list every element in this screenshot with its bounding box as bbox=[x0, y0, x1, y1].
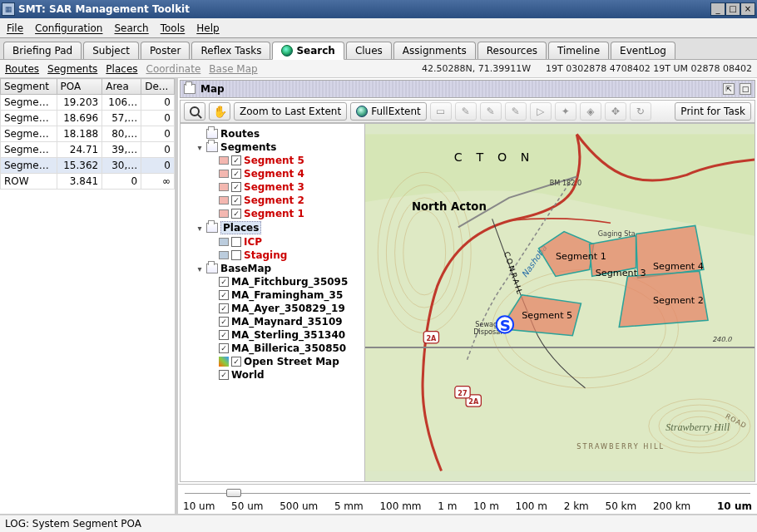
layer-seg1[interactable]: Segment 1 bbox=[244, 208, 304, 219]
layer-checkbox[interactable]: ✓ bbox=[231, 195, 241, 205]
full-extent-button[interactable]: FullExtent bbox=[350, 102, 427, 121]
layer-ma3[interactable]: MA_Ayer_350829_19 bbox=[231, 303, 345, 314]
layer-ma2[interactable]: MA_Framingham_35 bbox=[231, 289, 343, 301]
layer-ma6[interactable]: MA_Billerica_350850 bbox=[231, 342, 346, 354]
tab-briefing-pad[interactable]: Briefing Pad bbox=[3, 42, 82, 59]
layer-group-routes[interactable]: Routes bbox=[220, 128, 260, 140]
subnav-segments[interactable]: Segments bbox=[47, 63, 97, 75]
minimize-button[interactable]: _ bbox=[710, 2, 725, 16]
close-button[interactable]: × bbox=[740, 2, 755, 16]
tab-timeline[interactable]: Timeline bbox=[548, 42, 609, 59]
layer-staging[interactable]: Staging bbox=[244, 249, 287, 261]
tool-disabled-4: ✎ bbox=[505, 102, 527, 121]
expander-icon[interactable]: ▾ bbox=[195, 224, 204, 233]
svg-text:Segment 2: Segment 2 bbox=[653, 295, 704, 306]
layer-checkbox[interactable]: ✓ bbox=[231, 357, 241, 367]
app-icon: ▦ bbox=[2, 2, 15, 16]
table-row[interactable]: Segme…24.7139,…0 bbox=[1, 142, 175, 158]
layer-checkbox[interactable]: ✓ bbox=[219, 317, 229, 327]
layer-group-segments[interactable]: Segments bbox=[220, 141, 276, 153]
layer-seg5[interactable]: Segment 5 bbox=[244, 155, 304, 166]
menu-search[interactable]: Search bbox=[114, 22, 148, 34]
layer-checkbox[interactable] bbox=[231, 237, 241, 247]
segments-table[interactable]: Segment POA Area De... Segme…19.203106…0… bbox=[0, 78, 175, 190]
col-de[interactable]: De... bbox=[141, 79, 175, 95]
tab-poster[interactable]: Poster bbox=[141, 42, 190, 59]
zoom-tool-button[interactable] bbox=[184, 102, 205, 121]
osm-icon bbox=[219, 357, 229, 367]
layer-checkbox[interactable] bbox=[231, 250, 241, 260]
layer-checkbox[interactable]: ✓ bbox=[231, 155, 241, 165]
zoom-last-extent-button[interactable]: Zoom to Last Extent bbox=[234, 102, 347, 121]
menu-help[interactable]: Help bbox=[196, 22, 219, 34]
zoom-slider-thumb[interactable] bbox=[226, 489, 241, 497]
tab-eventlog[interactable]: EventLog bbox=[611, 42, 675, 59]
tab-reflex-tasks[interactable]: Reflex Tasks bbox=[191, 42, 270, 59]
subnav-basemap[interactable]: Base Map bbox=[209, 63, 257, 75]
layer-checkbox[interactable]: ✓ bbox=[231, 209, 241, 219]
col-segment[interactable]: Segment bbox=[1, 79, 57, 95]
dock-close-button[interactable]: □ bbox=[740, 83, 751, 95]
map-toolbar: ✋ Zoom to Last Extent FullExtent ▭ ✎ ✎ ✎… bbox=[180, 100, 755, 123]
layer-checkbox[interactable]: ✓ bbox=[231, 182, 241, 192]
scale-labels: 10 um 50 um 500 um 5 mm 100 mm 1 m 10 m … bbox=[181, 499, 754, 514]
layer-group-places[interactable]: Places bbox=[220, 221, 261, 234]
layer-tree[interactable]: Routes ▾Segments ✓Segment 5 ✓Segment 4 ✓… bbox=[181, 124, 365, 481]
hand-icon: ✋ bbox=[213, 105, 227, 118]
subnav-routes[interactable]: Routes bbox=[5, 63, 39, 75]
layer-checkbox[interactable]: ✓ bbox=[219, 277, 229, 287]
col-area[interactable]: Area bbox=[102, 79, 141, 95]
map-subbar: Routes Segments Places Coordinate Base M… bbox=[0, 60, 757, 78]
menu-file[interactable]: File bbox=[7, 22, 23, 34]
pan-tool-button[interactable]: ✋ bbox=[209, 102, 230, 121]
menu-configuration[interactable]: Configuration bbox=[35, 22, 102, 34]
print-for-task-button[interactable]: Print for Task bbox=[675, 102, 751, 121]
dock-restore-button[interactable]: ⇱ bbox=[723, 83, 735, 95]
tool-disabled-7: ◈ bbox=[580, 102, 601, 121]
expander-icon[interactable]: ▾ bbox=[195, 264, 204, 273]
table-row[interactable]: Segme…15.36230,…0 bbox=[1, 158, 175, 174]
tab-subject[interactable]: Subject bbox=[83, 42, 139, 59]
map-dock-header[interactable]: Map ⇱ □ bbox=[180, 80, 755, 98]
table-row[interactable]: Segme…18.69657,…0 bbox=[1, 111, 175, 126]
svg-text:North Acton: North Acton bbox=[412, 200, 487, 213]
layer-osm[interactable]: Open Street Map bbox=[244, 356, 339, 367]
layer-checkbox[interactable]: ✓ bbox=[219, 370, 229, 380]
layer-group-basemap[interactable]: BaseMap bbox=[220, 263, 271, 274]
map-canvas[interactable]: CONRAIL Nashoba Segment 1 Segment 3 Segm… bbox=[365, 124, 755, 481]
layer-ma4[interactable]: MA_Maynard_35109 bbox=[231, 316, 343, 328]
subnav-places[interactable]: Places bbox=[106, 63, 137, 75]
tab-search[interactable]: Search bbox=[272, 42, 344, 60]
folder-icon bbox=[206, 223, 218, 233]
col-poa[interactable]: POA bbox=[57, 79, 102, 95]
layer-checkbox[interactable]: ✓ bbox=[219, 343, 229, 353]
subnav-coordinate[interactable]: Coordinate bbox=[146, 63, 201, 75]
table-row[interactable]: ROW3.8410∞ bbox=[1, 174, 175, 190]
table-row[interactable]: Segme…18.18880,…0 bbox=[1, 126, 175, 142]
layer-seg3[interactable]: Segment 3 bbox=[244, 181, 304, 193]
layer-ma5[interactable]: MA_Sterling_351340 bbox=[231, 329, 345, 341]
menu-tools[interactable]: Tools bbox=[161, 22, 186, 34]
tab-assignments[interactable]: Assignments bbox=[393, 42, 476, 59]
layer-checkbox[interactable]: ✓ bbox=[219, 330, 229, 340]
map-scale-bar[interactable]: 10 um 50 um 500 um 5 mm 100 mm 1 m 10 m … bbox=[178, 484, 757, 514]
expander-icon[interactable]: ▾ bbox=[195, 143, 204, 152]
layer-seg4[interactable]: Segment 4 bbox=[244, 168, 304, 180]
tab-clues[interactable]: Clues bbox=[346, 42, 392, 59]
layer-checkbox[interactable]: ✓ bbox=[219, 303, 229, 313]
layer-swatch-icon bbox=[219, 170, 229, 178]
tab-resources[interactable]: Resources bbox=[477, 42, 547, 59]
table-row[interactable]: Segme…19.203106…0 bbox=[1, 95, 175, 111]
layer-checkbox[interactable]: ✓ bbox=[219, 290, 229, 300]
layer-icp[interactable]: ICP bbox=[244, 236, 262, 248]
svg-text:Strawberry Hill: Strawberry Hill bbox=[665, 421, 730, 433]
layer-ma1[interactable]: MA_Fitchburg_35095 bbox=[231, 276, 348, 288]
layer-swatch-icon bbox=[219, 156, 229, 165]
svg-text:BM 182.0: BM 182.0 bbox=[550, 179, 581, 187]
layer-seg2[interactable]: Segment 2 bbox=[244, 195, 304, 206]
window-title: SMT: SAR Management Toolkit bbox=[18, 3, 710, 15]
layer-world[interactable]: World bbox=[231, 369, 265, 381]
layer-checkbox[interactable]: ✓ bbox=[231, 169, 241, 179]
maximize-button[interactable]: □ bbox=[725, 2, 740, 16]
tool-disabled-8: ✥ bbox=[605, 102, 626, 121]
